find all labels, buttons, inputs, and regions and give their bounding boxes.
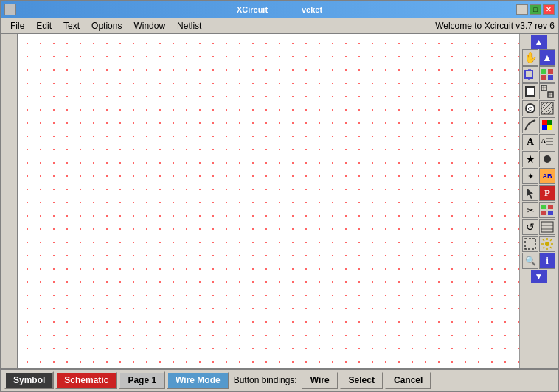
- svg-line-16: [541, 102, 548, 109]
- component-button[interactable]: [522, 66, 538, 83]
- toolbar-row-9: P: [522, 185, 555, 201]
- title-xcircuit: XCircuit: [237, 5, 268, 14]
- library-icon: [541, 68, 554, 81]
- select-button[interactable]: [522, 236, 538, 252]
- ab-button[interactable]: AB: [539, 168, 555, 184]
- menu-options[interactable]: Options: [86, 19, 128, 32]
- svg-rect-28: [548, 211, 553, 215]
- menu-window[interactable]: Window: [128, 19, 171, 32]
- wire-icon: [524, 119, 537, 132]
- status-message: Welcome to Xcircuit v3.7 rev 6: [435, 21, 555, 31]
- wire-binding-button[interactable]: Wire: [302, 371, 338, 389]
- dot-grid: [18, 34, 519, 368]
- info2-icon: 🔍: [525, 256, 536, 266]
- svg-rect-0: [525, 71, 532, 78]
- toolbar-row-11: ↺: [522, 219, 555, 235]
- close-button[interactable]: ✕: [543, 4, 555, 15]
- left-edge: [1, 34, 18, 368]
- library2-button[interactable]: [539, 202, 555, 218]
- toolbar-row-3: [522, 83, 555, 99]
- wire-button[interactable]: [522, 117, 538, 133]
- main-area: ▲ ✋ ▲: [1, 34, 558, 368]
- menu-bar: File Edit Text Options Window Netlist We…: [1, 18, 558, 34]
- dot-button[interactable]: [539, 151, 555, 167]
- star2-button[interactable]: ✦: [522, 168, 538, 184]
- maximize-button[interactable]: □: [530, 4, 541, 15]
- select-icon: [524, 237, 537, 251]
- svg-rect-11: [548, 92, 553, 97]
- toolbar-row-12: [522, 236, 555, 252]
- box-button[interactable]: [522, 83, 538, 99]
- ab-icon: AB: [543, 172, 552, 180]
- schematic-button[interactable]: Schematic: [55, 371, 117, 389]
- page1-button[interactable]: Page 1: [119, 371, 165, 389]
- toolbar-row-8: ✦ AB: [522, 168, 555, 184]
- sunburst-button[interactable]: [539, 236, 555, 252]
- hand-tool-button[interactable]: ✋: [522, 49, 538, 66]
- svg-line-41: [543, 247, 544, 248]
- library3-button[interactable]: [539, 219, 555, 235]
- svg-rect-29: [541, 222, 553, 232]
- menu-text[interactable]: Text: [58, 19, 86, 32]
- svg-line-15: [541, 102, 544, 105]
- minimize-button[interactable]: —: [516, 4, 528, 15]
- hatching-icon: [541, 102, 554, 115]
- cursor-button[interactable]: [522, 185, 538, 201]
- rotate-icon: ↺: [526, 221, 535, 233]
- clock-button[interactable]: ⏱: [522, 100, 538, 116]
- text-button[interactable]: A: [522, 134, 538, 150]
- svg-rect-8: [541, 85, 546, 91]
- menu-netlist[interactable]: Netlist: [171, 19, 207, 32]
- status-bar: Symbol Schematic Page 1 Wire Mode Button…: [1, 368, 558, 391]
- cursor-icon: [524, 186, 537, 200]
- symbol-button[interactable]: Symbol: [4, 371, 54, 389]
- scroll-up-button[interactable]: ▲: [531, 35, 547, 49]
- svg-line-38: [543, 239, 544, 241]
- toolbar-row-2: [522, 66, 555, 83]
- text-pattern-button[interactable]: A: [539, 134, 555, 150]
- info2-button[interactable]: 🔍: [522, 253, 538, 269]
- text-icon: A: [527, 136, 534, 148]
- svg-line-18: [544, 105, 553, 114]
- main-window: XCircuit veket — □ ✕ File Edit Text Opti…: [0, 0, 559, 392]
- rotate-button[interactable]: ↺: [522, 219, 538, 235]
- dot-icon: [541, 153, 554, 166]
- svg-rect-32: [525, 239, 535, 249]
- info-button[interactable]: i: [539, 253, 555, 269]
- library-button[interactable]: [539, 66, 555, 83]
- scissors-button[interactable]: ✂: [522, 202, 538, 218]
- star-button[interactable]: ★: [522, 151, 538, 167]
- color-icon: [542, 120, 552, 130]
- library2-icon: [541, 203, 554, 217]
- pattern-button[interactable]: [539, 83, 555, 99]
- scroll-down-button[interactable]: ▼: [531, 270, 547, 283]
- toolbar-row-6: A A: [522, 134, 555, 150]
- menu-edit[interactable]: Edit: [30, 19, 58, 32]
- p-button[interactable]: P: [539, 185, 555, 201]
- box-icon: [525, 86, 535, 97]
- button-bindings-label: Button bindings:: [231, 375, 300, 385]
- select-binding-button[interactable]: Select: [340, 371, 383, 389]
- wire-mode-button[interactable]: Wire Mode: [167, 371, 229, 389]
- svg-rect-7: [548, 75, 553, 80]
- hand-icon: ✋: [524, 52, 537, 63]
- star-icon: ★: [526, 153, 535, 165]
- color-button[interactable]: [539, 117, 555, 133]
- toolbar-row-1: ✋ ▲: [522, 49, 555, 66]
- svg-line-39: [550, 247, 552, 248]
- title-bar-left: [4, 4, 16, 15]
- info-icon: i: [546, 255, 549, 267]
- svg-line-40: [550, 239, 552, 241]
- component-icon: [524, 68, 537, 81]
- svg-rect-14: [541, 102, 553, 114]
- up-arrow-button[interactable]: ▲: [539, 49, 555, 66]
- toolbar-row-4: ⏱: [522, 100, 555, 116]
- toolbar-row-10: ✂: [522, 202, 555, 218]
- cancel-binding-button[interactable]: Cancel: [385, 371, 431, 389]
- svg-point-24: [544, 155, 551, 163]
- toolbar-row-5: [522, 117, 555, 133]
- canvas-area[interactable]: [18, 34, 519, 368]
- menu-file[interactable]: File: [4, 19, 30, 32]
- window-title: XCircuit veket: [237, 5, 322, 14]
- hatching-button[interactable]: [539, 100, 555, 116]
